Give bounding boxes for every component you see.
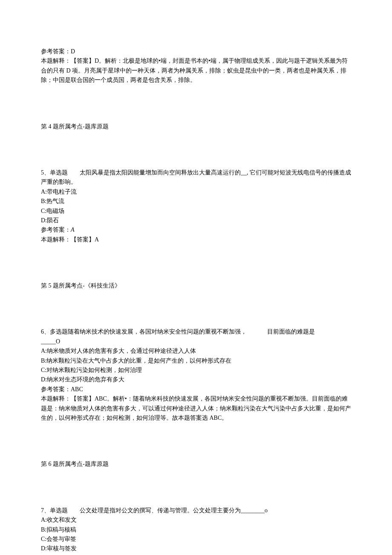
q7-stem: 7、单选题 公文处理是指对公文的撰写、传递与管理。公文处理主要分为_______… — [41, 506, 351, 515]
q5-optC: C:电磁场 — [41, 206, 351, 216]
q5-topic: 第 5 题所属考点-《科技生活》 — [41, 281, 351, 291]
explain-text: 本题解释：【答案】D。解析：北极是地球的•端，封面是书本的•端，属于物理组成关系… — [41, 56, 351, 85]
answer-line: 参考答案：D — [41, 47, 351, 56]
q7-optC: C:会签与审签 — [41, 535, 351, 544]
q6-topic: 第 6 题所属考点-题库原题 — [41, 459, 351, 469]
q6-explain: 本题解释：【答案】ABC。解析•：随着纳米科技的快速发展，各国对纳米安全性问题的… — [41, 394, 351, 423]
q6-optB: B:纳米颗粒污染在大气中占多大的比重，是如何产生的，以何种形式存在 — [41, 356, 351, 366]
ref-answer-value: ABC — [71, 386, 83, 392]
q5-stem: 5、单选题 太阳风暴是指太阳因能量增加而向空间释放出大量高速运行的__, 它们可… — [41, 168, 351, 187]
topic-text: 第 4 题所属考点-题库原题 — [41, 122, 351, 131]
q7-optD: D:审核与签发 — [41, 544, 351, 553]
q6-stem-tail: 目前面临的难题是 — [267, 328, 315, 335]
topic-text: 第 5 题所属考点-《科技生活》 — [41, 281, 351, 291]
document-page: 参考答案：D 本题解释：【答案】D。解析：北极是地球的•端，封面是书本的•端，属… — [0, 0, 392, 555]
q5-explain: 本题解释：【答案】A — [41, 235, 351, 244]
q5-optA: A:带电粒子流 — [41, 187, 351, 197]
q5-optB: B:热气流 — [41, 197, 351, 206]
q6-stem-line1: 6、多选题随着纳米技术的快速发展，各国对纳米安全性问题的重视不断加强，目前面临的… — [41, 327, 351, 337]
ref-answer-label: 参考答案： — [41, 48, 71, 55]
q5-optD: D:陨石 — [41, 216, 351, 225]
q6-optD: D:纳米对生态环境的危弃有多大 — [41, 375, 351, 384]
q6-stem-main: 6、多选题随着纳米技术的快速发展，各国对纳米安全性问题的重视不断加强， — [41, 328, 247, 335]
q6-stem-line2: _____O — [41, 337, 351, 346]
q7-optB: B:拟稿与核稿 — [41, 525, 351, 535]
q4-answer-block: 参考答案：D 本题解释：【答案】D。解析：北极是地球的•端，封面是书本的•端，属… — [41, 47, 351, 85]
q5-block: 5、单选题 太阳风暴是指太阳因能量增加而向空间释放出大量高速运行的__, 它们可… — [41, 168, 351, 244]
ref-answer-value: D — [71, 48, 75, 55]
q5-answer-line: 参考答案：A — [41, 225, 351, 235]
ref-answer-label: 参考答案： — [41, 227, 71, 233]
q7-optA: A:收文和发文 — [41, 515, 351, 525]
q6-optA: A:纳米物质对人体的危害有多大，会通过何种途径进入人体 — [41, 346, 351, 356]
ref-answer-label: 参考答案： — [41, 386, 71, 392]
q6-answer-line: 参考答案：ABC — [41, 385, 351, 394]
ref-answer-value: A — [71, 227, 75, 233]
q7-block: 7、单选题 公文处理是指对公文的撰写、传递与管理。公文处理主要分为_______… — [41, 506, 351, 555]
topic-text: 第 6 题所属考点-题库原题 — [41, 459, 351, 469]
q4-topic: 第 4 题所属考点-题库原题 — [41, 122, 351, 131]
q6-optC: C:对纳米颗粒污染如何检测，如何治理 — [41, 366, 351, 375]
q6-block: 6、多选题随着纳米技术的快速发展，各国对纳米安全性问题的重视不断加强，目前面临的… — [41, 327, 351, 423]
